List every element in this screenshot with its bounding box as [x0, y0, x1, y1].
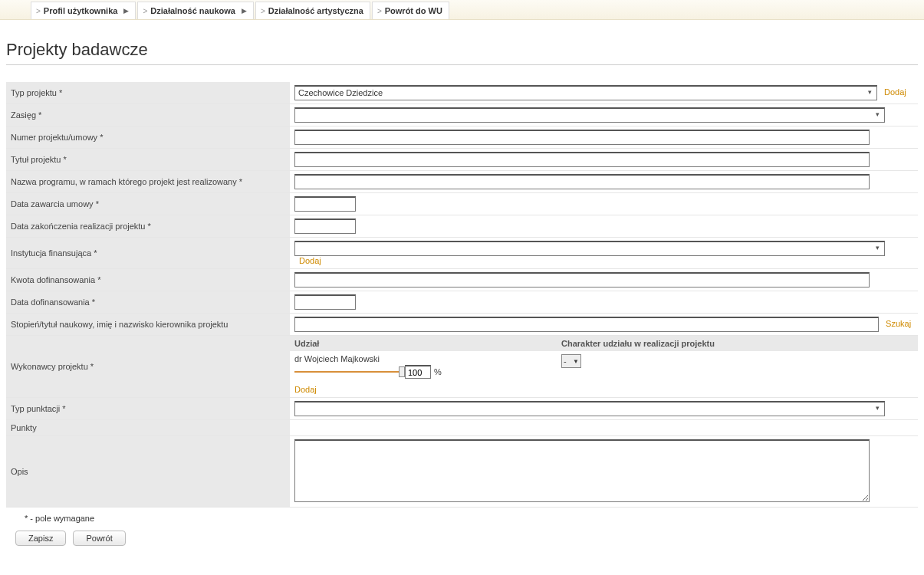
col-charakter: Charakter udziału w realizacji projektu — [557, 336, 918, 351]
chevron-right-icon: ▶ — [123, 7, 129, 15]
save-button[interactable]: Zapisz — [15, 531, 66, 546]
chevron-down-icon: ▼ — [573, 358, 579, 365]
nav-powrot-wu[interactable]: > Powrót do WU — [372, 2, 449, 19]
chevron-right-icon: ▶ — [242, 7, 247, 15]
kwota-input[interactable] — [294, 272, 870, 288]
nav-artystyczna[interactable]: > Działalność artystyczna — [255, 2, 370, 19]
kierownik-search-link[interactable]: Szukaj — [886, 319, 911, 328]
back-button[interactable]: Powrót — [73, 531, 125, 546]
form-table: Typ projektu * Czechowice Dziedzice ▾ Do… — [6, 82, 918, 508]
typ-punktacji-select[interactable]: ▾ — [294, 401, 885, 416]
label-data-zawarcia: Data zawarcia umowy * — [6, 193, 290, 215]
label-zasieg: Zasięg * — [6, 104, 290, 127]
label-kierownik: Stopień/tytuł naukowy, imię i nazwisko k… — [6, 314, 290, 336]
executor-name: dr Wojciech Majkowski — [294, 354, 552, 363]
instytucja-select[interactable]: ▾ — [294, 241, 885, 256]
page-title: Projekty badawcze — [6, 40, 918, 60]
top-nav: > Profil użytkownika ▶ > Działalność nau… — [0, 0, 924, 20]
label-numer: Numer projektu/umowy * — [6, 127, 290, 149]
typ-projektu-select[interactable]: Czechowice Dziedzice ▾ — [294, 85, 877, 100]
tytul-input[interactable] — [294, 152, 870, 167]
slider-handle-icon[interactable] — [399, 366, 405, 377]
wykonawcy-add-link[interactable]: Dodaj — [294, 385, 317, 394]
label-punkty: Punkty — [6, 420, 290, 436]
kierownik-input[interactable] — [294, 317, 879, 332]
nav-profil[interactable]: > Profil użytkownika ▶ — [31, 2, 136, 19]
required-note: * - pole wymagane — [6, 508, 918, 527]
col-udzial: Udział — [290, 336, 557, 351]
udzial-slider[interactable] — [294, 371, 402, 373]
data-zawarcia-input[interactable] — [294, 196, 356, 212]
instytucja-add-link[interactable]: Dodaj — [299, 256, 321, 265]
opis-textarea[interactable] — [294, 439, 870, 502]
label-data-dof: Data dofinansowania * — [6, 291, 290, 314]
pct-suffix: % — [434, 367, 442, 376]
label-instytucja: Instytucja finansująca * — [6, 238, 290, 269]
zasieg-select[interactable]: ▾ — [294, 107, 885, 123]
charakter-select[interactable]: - ▼ — [561, 354, 581, 368]
udzial-pct-input[interactable] — [405, 365, 431, 379]
label-kwota: Kwota dofinansowania * — [6, 269, 290, 291]
chevron-down-icon: ▾ — [872, 244, 883, 255]
program-input[interactable] — [294, 174, 870, 189]
label-opis: Opis — [6, 436, 290, 508]
punkty-value — [290, 420, 918, 436]
nav-naukowa[interactable]: > Działalność naukowa ▶ — [137, 2, 254, 19]
label-wykonawcy: Wykonawcy projektu * — [6, 336, 290, 398]
chevron-down-icon: ▾ — [872, 404, 883, 415]
label-typ-punktacji: Typ punktacji * — [6, 398, 290, 420]
divider — [6, 64, 918, 65]
chevron-down-icon: ▾ — [864, 88, 875, 99]
data-zakonczenia-input[interactable] — [294, 219, 356, 234]
typ-projektu-add-link[interactable]: Dodaj — [884, 87, 906, 97]
data-dof-input[interactable] — [294, 294, 356, 310]
label-typ-projektu: Typ projektu * — [6, 82, 290, 104]
label-data-zakonczenia: Data zakończenia realizacji projektu * — [6, 215, 290, 238]
numer-input[interactable] — [294, 130, 870, 145]
chevron-down-icon: ▾ — [872, 110, 883, 121]
label-program: Nazwa programu, w ramach którego projekt… — [6, 171, 290, 193]
label-tytul: Tytuł projektu * — [6, 149, 290, 171]
